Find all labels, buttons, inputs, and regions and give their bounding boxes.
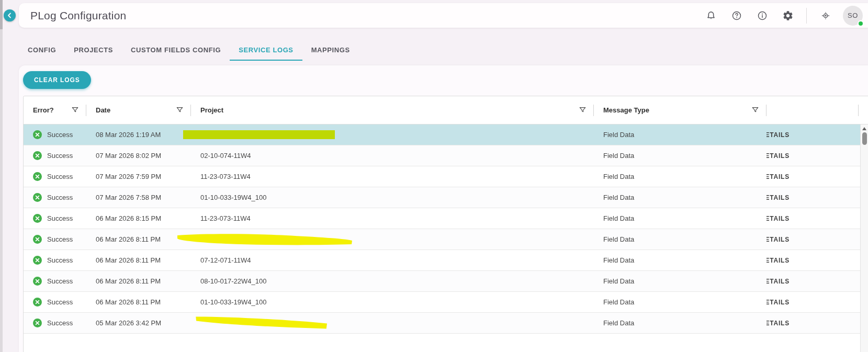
help-button[interactable] — [730, 9, 743, 22]
view-details-button[interactable]: VIEW DETAILS — [766, 320, 790, 327]
scroll-up-arrow-icon[interactable] — [862, 127, 866, 130]
filter-icon[interactable] — [752, 107, 759, 113]
status-label: Success — [47, 214, 73, 222]
error-cell: Success — [24, 151, 86, 160]
action-cell: VIEW DETAILS — [766, 257, 868, 264]
tab-mappings[interactable]: MAPPINGS — [302, 40, 359, 61]
action-cell: VIEW DETAILS — [766, 194, 868, 201]
project-cell: 08-10-017-22W4_100 — [191, 277, 594, 285]
view-details-button[interactable]: VIEW DETAILS — [766, 257, 790, 264]
tab-projects[interactable]: PROJECTS — [65, 40, 122, 61]
message-type-cell: Field Data — [594, 214, 766, 222]
view-details-button[interactable]: VIEW DETAILS — [766, 278, 790, 285]
view-details-button[interactable]: VIEW DETAILS — [766, 152, 790, 160]
table-row[interactable]: Success 07 Mar 2026 8:02 PM 02-10-074-11… — [24, 145, 868, 166]
table-row[interactable]: Success 06 Mar 2026 8:11 PM 07-12-071-11… — [24, 250, 868, 271]
success-x-icon — [33, 172, 42, 181]
theme-brightness-button[interactable] — [819, 9, 832, 22]
yellow-redaction-mark — [195, 315, 329, 330]
view-details-button[interactable]: VIEW DETAILS — [766, 299, 790, 306]
filter-icon[interactable] — [176, 107, 183, 113]
message-type-cell: Field Data — [594, 277, 766, 285]
table-row[interactable]: Success 07 Mar 2026 7:58 PM 01-10-033-19… — [24, 187, 868, 208]
online-status-dot — [858, 20, 864, 27]
project-cell: 01-10-033-19W4_100 — [191, 298, 594, 306]
view-details-button[interactable]: VIEW DETAILS — [766, 236, 790, 243]
date-cell: 07 Mar 2026 8:02 PM — [86, 152, 191, 160]
success-x-icon — [33, 319, 42, 327]
message-type-cell: Field Data — [594, 194, 766, 201]
action-cell: VIEW DETAILS — [766, 131, 868, 139]
vertical-scrollbar[interactable] — [860, 124, 868, 352]
message-type-cell: Field Data — [594, 298, 766, 306]
message-type-cell: Field Data — [594, 152, 766, 160]
back-button[interactable] — [4, 9, 16, 21]
table-row[interactable]: Success 08 Mar 2026 1:19 AM Field Data V… — [24, 124, 868, 145]
action-cell: VIEW DETAILS — [766, 152, 868, 160]
view-details-button[interactable]: VIEW DETAILS — [766, 194, 790, 201]
action-cell: VIEW DETAILS — [766, 320, 868, 327]
table-header-row: Error? Date Project Message Type — [24, 96, 868, 124]
view-details-button[interactable]: VIEW DETAILS — [766, 131, 790, 139]
view-details-button[interactable]: VIEW DETAILS — [766, 173, 790, 180]
status-label: Success — [47, 152, 73, 160]
error-cell: Success — [24, 214, 86, 223]
tab-config[interactable]: CONFIG — [19, 40, 65, 61]
info-icon — [757, 10, 768, 21]
content-card: CLEAR LOGS Error? Date Project Message T… — [19, 65, 868, 352]
filter-icon[interactable] — [579, 107, 586, 113]
table-row[interactable]: Success 07 Mar 2026 7:59 PM 11-23-073-11… — [24, 166, 868, 187]
action-cell: VIEW DETAILS — [766, 299, 868, 306]
error-cell: Success — [24, 277, 86, 286]
success-x-icon — [33, 130, 42, 139]
tab-bar: CONFIG PROJECTS CUSTOM FIELDS CONFIG SER… — [19, 40, 359, 61]
table-row[interactable]: Success 05 Mar 2026 3:42 PM Field Data V… — [24, 313, 868, 334]
clear-logs-button[interactable]: CLEAR LOGS — [23, 71, 91, 89]
table-row[interactable]: Success 06 Mar 2026 8:15 PM 11-23-073-11… — [24, 208, 868, 229]
table-row[interactable]: Success 06 Mar 2026 8:11 PM 08-10-017-22… — [24, 271, 868, 292]
date-cell: 07 Mar 2026 7:59 PM — [86, 173, 191, 180]
tab-label: SERVICE LOGS — [239, 46, 293, 54]
action-cell: VIEW DETAILS — [766, 215, 868, 222]
service-logs-table: Error? Date Project Message Type — [23, 96, 868, 352]
success-x-icon — [33, 277, 42, 286]
tab-label: PROJECTS — [74, 46, 113, 54]
project-cell: 11-23-073-11W4 — [191, 173, 594, 180]
date-cell: 06 Mar 2026 8:11 PM — [86, 256, 191, 264]
success-x-icon — [33, 193, 42, 202]
window-edge-strip — [0, 0, 3, 352]
message-type-cell: Field Data — [594, 173, 766, 180]
date-cell: 07 Mar 2026 7:58 PM — [86, 194, 191, 201]
edge-scrollbar-thumb — [0, 0, 3, 29]
error-cell: Success — [24, 235, 86, 244]
status-label: Success — [47, 256, 73, 264]
settings-button[interactable] — [781, 9, 795, 22]
message-type-cell: Field Data — [594, 256, 766, 264]
info-button[interactable] — [756, 9, 769, 22]
table-body: Success 08 Mar 2026 1:19 AM Field Data V… — [24, 124, 868, 334]
tab-service-logs[interactable]: SERVICE LOGS — [230, 40, 302, 61]
table-header-cell: Project — [191, 104, 594, 117]
project-cell: 11-23-073-11W4 — [191, 214, 594, 222]
scrollbar-thumb[interactable] — [862, 132, 867, 145]
filter-icon[interactable] — [72, 107, 78, 113]
column-label: Date — [96, 106, 110, 114]
tab-custom-fields-config[interactable]: CUSTOM FIELDS CONFIG — [122, 40, 230, 61]
avatar[interactable]: SO — [843, 6, 863, 26]
date-cell: 05 Mar 2026 3:42 PM — [86, 319, 191, 327]
avatar-initials: SO — [848, 12, 858, 19]
status-label: Success — [47, 277, 73, 285]
yellow-redaction-mark — [176, 233, 353, 246]
date-cell: 06 Mar 2026 8:11 PM — [86, 235, 191, 243]
view-details-button[interactable]: VIEW DETAILS — [766, 215, 790, 222]
action-cell: VIEW DETAILS — [766, 278, 868, 285]
error-cell: Success — [24, 319, 86, 327]
table-row[interactable]: Success 06 Mar 2026 8:11 PM Field Data V… — [24, 229, 868, 250]
notifications-button[interactable] — [704, 9, 718, 22]
yellow-redaction-mark — [183, 130, 335, 139]
action-cell: VIEW DETAILS — [766, 236, 868, 243]
table-row[interactable]: Success 06 Mar 2026 8:11 PM 01-10-033-19… — [24, 292, 868, 313]
success-x-icon — [33, 235, 42, 244]
page-title: PLog Configuration — [30, 9, 126, 22]
tab-label: CONFIG — [28, 46, 56, 54]
